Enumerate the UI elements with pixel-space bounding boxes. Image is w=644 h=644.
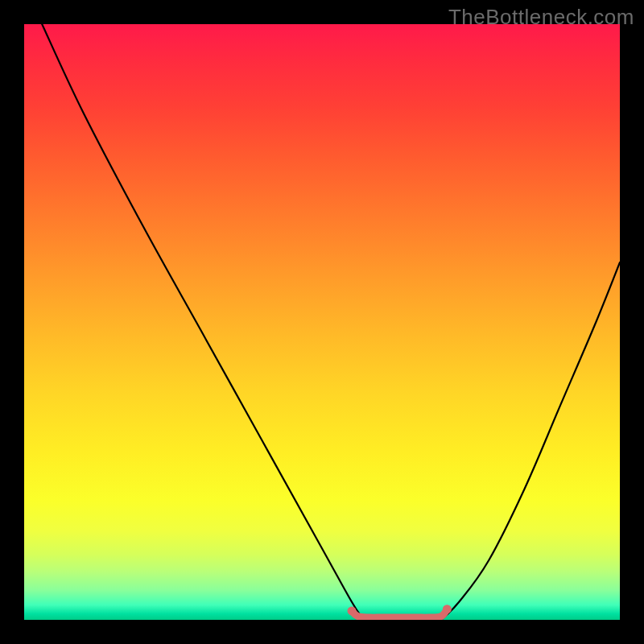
watermark-text: TheBottleneck.com	[448, 5, 634, 30]
curve-overlay	[24, 24, 620, 620]
optimal-zone-marker	[352, 609, 447, 617]
right-curve	[441, 262, 620, 620]
curve-group	[42, 24, 620, 620]
plot-area	[24, 24, 620, 620]
chart-container: TheBottleneck.com	[0, 0, 644, 644]
left-curve	[42, 24, 364, 620]
